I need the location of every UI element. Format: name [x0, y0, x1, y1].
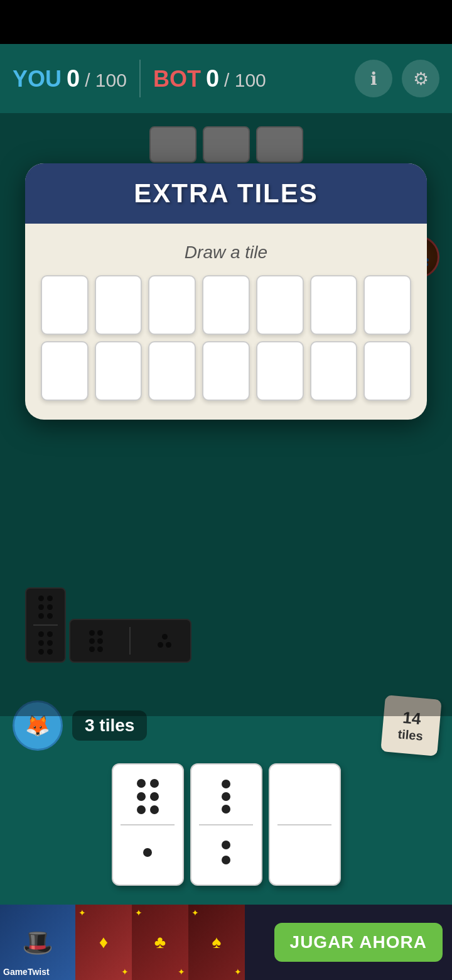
bot-score-section: BOT 0 / 100 [153, 65, 266, 92]
ad-card-images: ♦ ♣ ♠ [75, 905, 265, 980]
settings-icon[interactable]: ⚙ [402, 60, 439, 97]
draw-tile-10[interactable] [148, 341, 196, 401]
bot-label: BOT [153, 66, 201, 92]
player-score: 0 [67, 65, 80, 92]
domino-top-half [196, 770, 256, 824]
dot [222, 792, 230, 801]
dot [222, 841, 230, 849]
domino-bottom-half [275, 825, 335, 880]
ad-game-icon: 🎩 GameTwist [0, 905, 75, 980]
dot [222, 856, 230, 864]
draw-tile-14[interactable] [363, 341, 411, 401]
draw-tile-11[interactable] [202, 341, 250, 401]
player-domino-1[interactable] [112, 763, 184, 886]
score-divider [139, 60, 141, 97]
dot [222, 805, 230, 814]
player-label: YOU [13, 66, 62, 92]
ad-card-3: ♠ [188, 905, 245, 980]
dot [137, 792, 146, 801]
player-score-section: YOU 0 / 100 [13, 65, 127, 92]
dot [150, 805, 159, 814]
modal-subtitle: Draw a tile [41, 230, 411, 269]
dot [137, 805, 146, 814]
domino-bottom-half [196, 825, 256, 880]
draw-tile-12[interactable] [256, 341, 304, 401]
draw-tile-1[interactable] [41, 275, 89, 335]
modal-body: Draw a tile [25, 224, 427, 420]
ad-banner: 🎩 GameTwist ♦ ♣ ♠ JUGAR AHORA [0, 905, 452, 980]
draw-tile-9[interactable] [95, 341, 143, 401]
dot [222, 780, 230, 788]
draw-tile-8[interactable] [41, 341, 89, 401]
ad-card-2: ♣ [132, 905, 188, 980]
gametwist-logo: GameTwist [3, 967, 50, 977]
ad-game-icon-inner: 🎩 [13, 917, 63, 967]
tiles-grid [41, 275, 411, 401]
domino-bottom-half [118, 825, 178, 880]
draw-tile-4[interactable] [202, 275, 250, 335]
draw-tile-13[interactable] [310, 341, 358, 401]
modal-overlay: EXTRA TILES Draw a tile [0, 113, 452, 716]
dot [150, 779, 159, 788]
bot-max-score: / 100 [224, 70, 266, 91]
player-tiles-row [13, 763, 439, 886]
header-icons: ℹ ⚙ [355, 60, 439, 97]
player-max-score: / 100 [85, 70, 127, 91]
draw-tile-5[interactable] [256, 275, 304, 335]
draw-tile-2[interactable] [95, 275, 143, 335]
dot [150, 792, 159, 801]
dot [143, 848, 152, 857]
info-icon[interactable]: ℹ [355, 60, 392, 97]
dot [137, 779, 146, 788]
player-domino-2[interactable] [190, 763, 262, 886]
status-bar [0, 0, 452, 44]
draw-tile-3[interactable] [148, 275, 196, 335]
modal-title: EXTRA TILES [134, 178, 318, 208]
extra-tiles-modal: EXTRA TILES Draw a tile [25, 163, 427, 420]
modal-header: EXTRA TILES [25, 163, 427, 224]
player-area: 🦊 3 tiles 14 tiles [0, 697, 452, 886]
domino-top-half [275, 770, 335, 824]
ad-card-1: ♦ [75, 905, 132, 980]
draw-tile-6[interactable] [310, 275, 358, 335]
draw-pile-label: tiles [397, 727, 424, 743]
domino-top-half [118, 770, 178, 824]
bot-score: 0 [206, 65, 219, 92]
ad-cta-button[interactable]: JUGAR AHORA [274, 923, 443, 962]
draw-tile-7[interactable] [363, 275, 411, 335]
player-domino-3[interactable] [269, 763, 341, 886]
header: YOU 0 / 100 BOT 0 / 100 ℹ ⚙ [0, 44, 452, 113]
